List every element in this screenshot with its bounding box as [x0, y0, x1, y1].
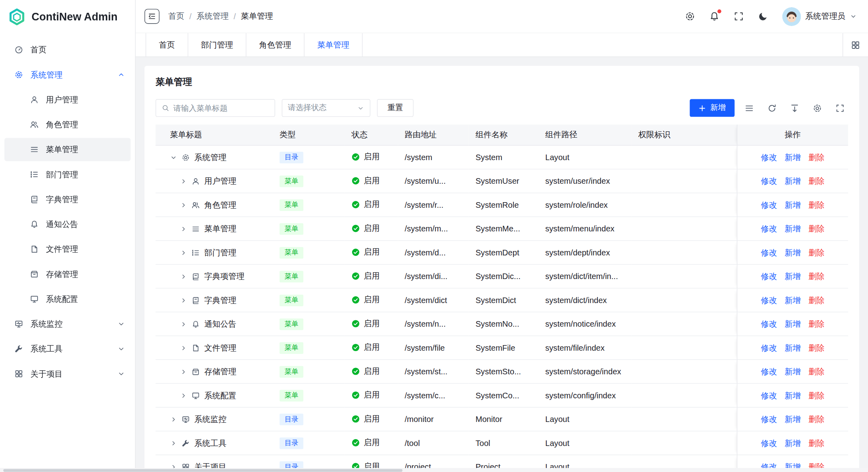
sidebar-item-menu[interactable]: 菜单管理 [4, 138, 130, 161]
sidebar-collapse-button[interactable] [144, 9, 159, 24]
sidebar-item-label: 部门管理 [46, 169, 78, 180]
sidebar-item-user[interactable]: 用户管理 [4, 88, 130, 111]
edit-link[interactable]: 修改 [761, 414, 777, 423]
status-select[interactable]: 请选择状态 [282, 99, 370, 117]
edit-link[interactable]: 修改 [761, 343, 777, 352]
sidebar-item-about[interactable]: 关于项目 [4, 362, 130, 386]
add-link[interactable]: 新增 [785, 414, 801, 423]
sidebar-item-home[interactable]: 首页 [4, 38, 130, 61]
tab-2[interactable]: 角色管理 [247, 33, 305, 56]
cell-status: 启用 [345, 146, 398, 169]
edit-link[interactable]: 修改 [761, 272, 777, 281]
reset-button[interactable]: 重置 [377, 99, 413, 117]
delete-link[interactable]: 删除 [808, 319, 824, 328]
add-button[interactable]: 新增 [690, 99, 735, 117]
edit-link[interactable]: 修改 [761, 367, 777, 376]
row-expand-icon[interactable] [170, 416, 177, 423]
tree-cell-content: 菜单管理 [170, 223, 267, 234]
sidebar-item-notice[interactable]: 通知公告 [4, 213, 130, 236]
delete-link[interactable]: 删除 [808, 272, 824, 281]
add-link[interactable]: 新增 [785, 224, 801, 233]
delete-link[interactable]: 删除 [808, 414, 824, 423]
sidebar-item-monitor[interactable]: 系统监控 [4, 312, 130, 335]
row-expand-icon[interactable] [180, 320, 187, 327]
tab-3[interactable]: 菜单管理 [305, 33, 363, 56]
add-link[interactable]: 新增 [785, 295, 801, 304]
cell-permission [631, 336, 737, 360]
row-expand-icon[interactable] [180, 273, 187, 280]
type-badge: 目录 [280, 414, 303, 425]
delete-link[interactable]: 删除 [808, 295, 824, 304]
user-menu[interactable]: 系统管理员 [782, 7, 857, 26]
tab-0[interactable]: 首页 [146, 33, 188, 56]
add-link[interactable]: 新增 [785, 438, 801, 447]
add-link[interactable]: 新增 [785, 272, 801, 281]
row-expand-icon[interactable] [180, 201, 187, 209]
chevron-down-icon [117, 370, 125, 378]
sidebar-item-role[interactable]: 角色管理 [4, 113, 130, 136]
refresh-button[interactable] [764, 100, 780, 116]
row-expand-icon[interactable] [180, 297, 187, 304]
add-link[interactable]: 新增 [785, 177, 801, 185]
scrollbar-thumb[interactable] [3, 469, 403, 472]
edit-link[interactable]: 修改 [761, 391, 777, 400]
row-expand-icon[interactable] [180, 225, 187, 232]
sidebar-item-file[interactable]: 文件管理 [4, 237, 130, 261]
breadcrumb-item[interactable]: 系统管理 [196, 11, 229, 22]
tab-1[interactable]: 部门管理 [188, 33, 246, 56]
delete-link[interactable]: 删除 [808, 367, 824, 376]
theme-toggle-button[interactable] [758, 11, 768, 22]
edit-link[interactable]: 修改 [761, 153, 777, 161]
edit-link[interactable]: 修改 [761, 438, 777, 447]
sidebar-item-tools[interactable]: 系统工具 [4, 337, 130, 360]
column-settings-button[interactable] [809, 100, 825, 116]
edit-link[interactable]: 修改 [761, 177, 777, 185]
sidebar-item-dept[interactable]: 部门管理 [4, 163, 130, 186]
row-expand-icon[interactable] [180, 249, 187, 256]
edit-link[interactable]: 修改 [761, 295, 777, 304]
add-link[interactable]: 新增 [785, 319, 801, 328]
row-expand-icon[interactable] [170, 440, 177, 447]
edit-link[interactable]: 修改 [761, 224, 777, 233]
add-link[interactable]: 新增 [785, 391, 801, 400]
density-button[interactable] [741, 100, 757, 116]
cell-permission [631, 265, 737, 288]
add-link[interactable]: 新增 [785, 367, 801, 376]
cell-type: 菜单 [273, 336, 345, 360]
notifications-button[interactable] [709, 11, 719, 22]
cell-operations: 修改新增删除 [737, 265, 848, 288]
add-link[interactable]: 新增 [785, 343, 801, 352]
expand-collapse-button[interactable] [786, 100, 802, 116]
row-expand-icon[interactable] [180, 177, 187, 185]
delete-link[interactable]: 删除 [808, 177, 824, 185]
delete-link[interactable]: 删除 [808, 391, 824, 400]
row-expand-icon[interactable] [180, 392, 187, 399]
delete-link[interactable]: 删除 [808, 153, 824, 161]
edit-link[interactable]: 修改 [761, 200, 777, 209]
sidebar-item-system[interactable]: 系统管理 [4, 63, 130, 86]
table-fullscreen-button[interactable] [832, 100, 848, 116]
menu-title-search-input[interactable] [173, 104, 269, 112]
edit-link[interactable]: 修改 [761, 319, 777, 328]
horizontal-scrollbar[interactable] [0, 468, 868, 472]
delete-link[interactable]: 删除 [808, 438, 824, 447]
add-link[interactable]: 新增 [785, 153, 801, 161]
add-link[interactable]: 新增 [785, 200, 801, 209]
tab-list-button[interactable] [842, 33, 868, 56]
row-expand-icon[interactable] [180, 368, 187, 375]
breadcrumb-item[interactable]: 首页 [168, 11, 184, 22]
fullscreen-button[interactable] [733, 11, 744, 22]
add-link[interactable]: 新增 [785, 248, 801, 257]
delete-link[interactable]: 删除 [808, 200, 824, 209]
delete-link[interactable]: 删除 [808, 224, 824, 233]
sidebar-item-config[interactable]: 系统配置 [4, 287, 130, 311]
sidebar-item-dict[interactable]: 字典管理 [4, 188, 130, 211]
edit-link[interactable]: 修改 [761, 248, 777, 257]
delete-link[interactable]: 删除 [808, 248, 824, 257]
row-expand-icon[interactable] [170, 154, 177, 161]
settings-button[interactable] [684, 11, 695, 22]
row-expand-icon[interactable] [180, 344, 187, 351]
delete-link[interactable]: 删除 [808, 343, 824, 352]
app-logo[interactable]: ContiNew Admin [0, 0, 135, 33]
sidebar-item-storage[interactable]: 存储管理 [4, 263, 130, 286]
